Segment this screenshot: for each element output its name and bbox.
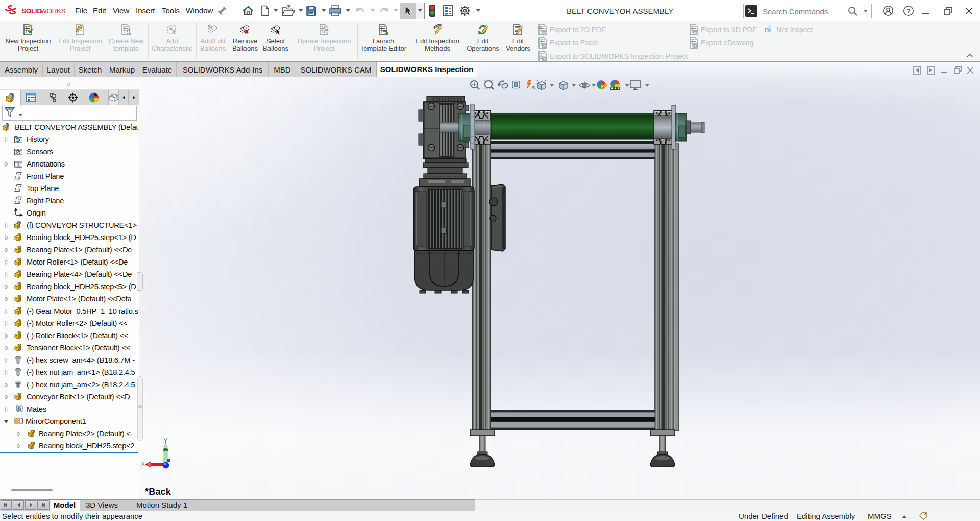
svg-text:X: X [141,460,145,468]
